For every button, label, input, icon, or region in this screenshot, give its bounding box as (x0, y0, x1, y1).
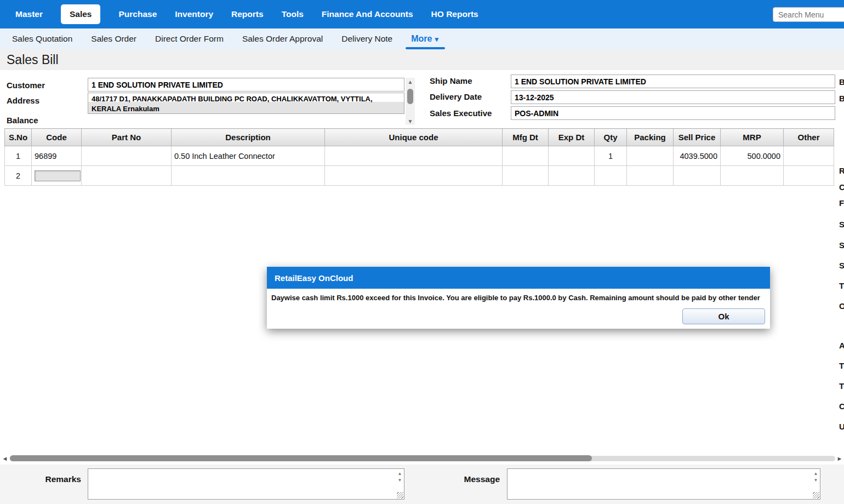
cell-mfg-dt[interactable] (503, 146, 549, 166)
address-label: Address (7, 96, 39, 105)
message-label: Message (443, 474, 500, 484)
col-header-part-no: Part No (82, 129, 172, 146)
spinner-down-icon[interactable]: ▼ (812, 477, 819, 483)
col-header-code: Code (32, 129, 82, 146)
cell-unique-code[interactable] (325, 146, 503, 166)
col-header-description: Description (172, 129, 325, 146)
cell-other[interactable] (784, 146, 834, 166)
chevron-down-icon: ▾ (435, 36, 438, 43)
cell-packing[interactable] (627, 146, 674, 166)
subnav-item-delivery-note[interactable]: Delivery Note (341, 34, 392, 44)
cell-part-no[interactable] (82, 146, 172, 166)
sales-executive-label: Sales Executive (430, 108, 492, 118)
subnav-item-sales-order-approval[interactable]: Sales Order Approval (242, 34, 323, 44)
cell-packing[interactable] (627, 166, 674, 186)
form-vertical-scrollbar[interactable]: ▲ ▼ (406, 78, 415, 125)
ok-button[interactable]: Ok (682, 308, 765, 324)
clipped-label: F (839, 198, 844, 208)
customer-field[interactable]: 1 END SOLUTION PRIVATE LIMITED (88, 78, 404, 91)
cell-sno: 1 (5, 146, 32, 166)
cell-exp-dt[interactable] (549, 166, 595, 186)
clipped-label: A (839, 341, 844, 350)
cell-mfg-dt[interactable] (503, 166, 549, 186)
nav-item-sales[interactable]: Sales (61, 4, 101, 24)
nav-item-reports[interactable]: Reports (231, 9, 264, 19)
cell-sell-price[interactable]: 4039.5000 (674, 146, 721, 166)
col-header-unique-code: Unique code (325, 129, 503, 146)
nav-item-ho-reports[interactable]: HO Reports (431, 9, 478, 19)
col-header-packing: Packing (627, 129, 674, 146)
subnav-item-direct-order-form[interactable]: Direct Order Form (155, 34, 224, 44)
horizontal-scrollbar[interactable]: ◄ ► (0, 454, 844, 463)
delivery-date-field[interactable]: 13-12-2025 (511, 90, 835, 104)
balance-label: Balance (7, 116, 38, 125)
col-header-sno: S.No (5, 129, 32, 146)
clipped-label: T (839, 381, 844, 391)
app-screen: Master Sales Purchase Inventory Reports … (0, 0, 844, 504)
footer-bar: Remarks ▲ ▼ Message ▲ ▼ (0, 465, 844, 504)
col-header-qty: Qty (595, 129, 627, 146)
resize-grip-icon[interactable] (813, 492, 819, 499)
cell-qty[interactable] (595, 166, 627, 186)
table-row[interactable]: 1 96899 0.50 Inch Leather Connector 1 40… (5, 146, 834, 166)
spinner-up-icon[interactable]: ▲ (812, 470, 819, 477)
cell-code[interactable]: 96899 (32, 146, 82, 166)
col-header-sell-price: Sell Price (674, 129, 721, 146)
sales-executive-field[interactable]: POS-ADMIN (511, 106, 835, 120)
vertical-scrollbar-thumb[interactable] (407, 89, 413, 104)
col-header-mfg-dt: Mfg Dt (503, 129, 549, 146)
scroll-up-icon[interactable]: ▲ (406, 78, 415, 85)
ship-name-field[interactable]: 1 END SOLUTION PRIVATE LIMITED (511, 75, 835, 88)
cell-sell-price[interactable] (674, 166, 721, 186)
subnav-item-sales-quotation[interactable]: Sales Quotation (12, 34, 72, 44)
resize-grip-icon[interactable] (397, 492, 403, 499)
cell-description[interactable]: 0.50 Inch Leather Connector (172, 146, 325, 166)
remarks-textarea[interactable]: ▲ ▼ (88, 468, 404, 500)
clipped-label: S (839, 261, 844, 270)
cell-qty[interactable]: 1 (595, 146, 627, 166)
delivery-date-label: Delivery Date (430, 92, 482, 101)
spinner-up-icon[interactable]: ▲ (396, 470, 403, 477)
message-textarea[interactable]: ▲ ▼ (507, 468, 820, 500)
spinner-down-icon[interactable]: ▼ (396, 477, 403, 483)
address-field[interactable]: 48/1717 D1, PANAKKAPADATH BUILDING PC RO… (88, 93, 404, 114)
nav-item-finance-and-accounts[interactable]: Finance And Accounts (322, 9, 413, 19)
cell-description[interactable] (172, 166, 325, 186)
cell-other[interactable] (784, 166, 834, 186)
clipped-right-panel: B B R C F S S S T O A T T C U (839, 0, 844, 504)
col-header-mrp: MRP (721, 129, 784, 146)
nav-item-tools[interactable]: Tools (282, 9, 304, 19)
cell-unique-code[interactable] (325, 166, 503, 186)
nav-item-inventory[interactable]: Inventory (175, 9, 213, 19)
nav-item-purchase[interactable]: Purchase (118, 9, 157, 19)
nav-item-master[interactable]: Master (15, 9, 43, 19)
cell-code[interactable] (32, 166, 82, 186)
cell-mrp[interactable]: 500.0000 (721, 146, 784, 166)
table-header-row: S.No Code Part No Description Unique cod… (5, 129, 834, 146)
clipped-label: S (839, 240, 844, 250)
top-navigation: Master Sales Purchase Inventory Reports … (0, 0, 844, 28)
horizontal-scrollbar-thumb[interactable] (10, 455, 592, 461)
scroll-down-icon[interactable]: ▼ (406, 117, 415, 125)
table-row[interactable]: 2 (5, 166, 834, 186)
more-label: More (411, 34, 432, 44)
scroll-left-icon[interactable]: ◄ (1, 455, 9, 462)
clipped-label: S (839, 220, 844, 229)
subnav-item-sales-order[interactable]: Sales Order (91, 34, 136, 44)
search-menu-input[interactable] (773, 7, 844, 22)
clipped-label: R (839, 166, 844, 175)
code-entry-input[interactable] (35, 170, 81, 181)
clipped-label: B (839, 94, 844, 103)
sales-sub-navigation: Sales Quotation Sales Order Direct Order… (0, 28, 844, 49)
dialog-title: RetailEasy OnCloud (275, 273, 353, 283)
customer-label: Customer (7, 81, 45, 90)
items-table: S.No Code Part No Description Unique cod… (4, 128, 834, 186)
clipped-label: T (839, 281, 844, 290)
alert-dialog: RetailEasy OnCloud Daywise cash limit Rs… (267, 267, 770, 329)
cell-part-no[interactable] (82, 166, 172, 186)
dialog-message: Daywise cash limit Rs.1000 exceed for th… (267, 289, 770, 302)
subnav-item-more[interactable]: More ▾ (411, 28, 438, 49)
cell-mrp[interactable] (721, 166, 784, 186)
page-title: Sales Bill (7, 53, 59, 67)
cell-exp-dt[interactable] (549, 146, 595, 166)
